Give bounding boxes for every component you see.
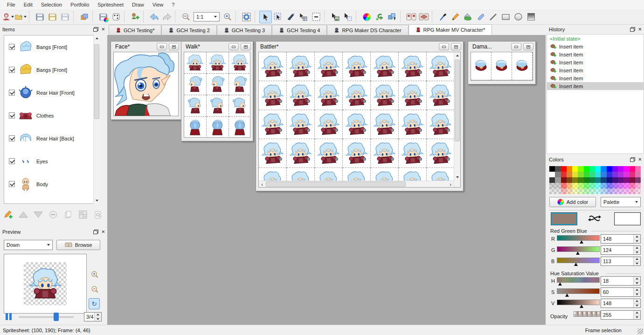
sprite-cell[interactable] — [427, 110, 455, 139]
spin-down-button[interactable] — [95, 317, 101, 321]
merge-items-button[interactable] — [77, 209, 88, 220]
sprite-cell[interactable] — [343, 139, 371, 168]
sprite-cell[interactable] — [207, 95, 229, 117]
direction-select[interactable]: Down — [4, 240, 53, 250]
sprite-cell[interactable] — [229, 74, 250, 95]
zoom-level-select[interactable]: 1:1 — [194, 12, 220, 21]
undo-button[interactable] — [148, 11, 160, 23]
sprite-cell[interactable] — [184, 95, 207, 117]
sprite-cell[interactable] — [399, 139, 427, 168]
tab-rpg-maker-ds-character[interactable]: RPG Maker DS Character — [327, 25, 408, 35]
spin-up-button[interactable] — [634, 311, 640, 315]
scroll-down-button[interactable] — [94, 197, 100, 204]
palette-swatch[interactable] — [612, 177, 618, 183]
palette-swatch[interactable] — [567, 166, 572, 172]
palette-swatch[interactable] — [567, 188, 572, 194]
palette-swatch[interactable] — [549, 172, 555, 177]
s-slider[interactable] — [557, 288, 600, 297]
item-checkbox[interactable] — [9, 158, 15, 164]
preview-float-icon[interactable] — [93, 230, 98, 234]
palette-swatch[interactable] — [623, 183, 629, 188]
history-initial-state[interactable]: <Initial state> — [547, 35, 644, 42]
sprite-cell[interactable] — [229, 52, 250, 74]
sprite-cell[interactable] — [259, 139, 287, 168]
palette-select[interactable]: Palette — [601, 197, 641, 207]
spin-down-button[interactable] — [634, 281, 640, 286]
palette-swatch[interactable] — [561, 177, 567, 183]
sprite-cell[interactable] — [287, 52, 315, 81]
color-wheel-button[interactable] — [360, 11, 373, 23]
add-item-button[interactable] — [3, 209, 14, 220]
palette-swatch[interactable] — [618, 177, 623, 183]
eraser-button[interactable] — [474, 11, 487, 23]
r-spinner[interactable]: 148 — [601, 234, 641, 244]
select-item-rect-tool-button[interactable] — [341, 11, 354, 23]
preview-loop-button[interactable]: ↻ — [89, 298, 100, 309]
maximize-button[interactable] — [169, 43, 179, 50]
palette-swatch[interactable] — [578, 166, 583, 172]
items-close-icon[interactable]: × — [101, 27, 105, 32]
select-item-tool-button[interactable] — [329, 11, 341, 23]
palette-swatch[interactable] — [555, 177, 561, 183]
stamp-tool-button[interactable] — [284, 11, 297, 23]
palette-swatch[interactable] — [607, 188, 612, 194]
zoom-out-button[interactable] — [180, 11, 192, 23]
fill-button[interactable] — [462, 11, 474, 23]
ellipse-tool-button[interactable] — [512, 11, 525, 23]
line-tool-button[interactable] — [487, 11, 499, 23]
new-dropdown-caret[interactable] — [11, 16, 14, 18]
sprite-cell[interactable] — [229, 117, 250, 138]
palette-swatch[interactable] — [623, 177, 629, 183]
move-frame-tool-button[interactable] — [297, 11, 310, 23]
damage-window[interactable]: Dama... — [468, 41, 536, 84]
sprite-cell[interactable] — [492, 52, 512, 80]
spin-up-button[interactable] — [634, 277, 640, 281]
sprite-cell[interactable] — [184, 74, 207, 95]
palette-swatch[interactable] — [572, 183, 578, 188]
palette-swatch[interactable] — [589, 177, 595, 183]
palette-swatch[interactable] — [589, 188, 595, 194]
spin-up-button[interactable] — [95, 313, 101, 317]
spin-up-button[interactable] — [634, 288, 640, 292]
history-entry[interactable]: Insert item — [547, 74, 644, 82]
items-float-icon[interactable] — [93, 27, 98, 32]
sprite-cell[interactable] — [259, 110, 287, 139]
portfolio-flip-button[interactable] — [417, 11, 430, 23]
history-entry[interactable]: Insert item — [547, 50, 644, 58]
item-row-bangs-front[interactable]: Bangs [Front] — [4, 35, 99, 58]
battler-vscroll[interactable] — [454, 52, 460, 187]
palette-swatch[interactable] — [595, 177, 601, 183]
scroll-up-button[interactable] — [94, 35, 100, 42]
palette-swatch[interactable] — [635, 172, 641, 177]
duplicate-button[interactable] — [78, 11, 90, 23]
palette-swatch[interactable] — [607, 177, 612, 183]
palette-swatch[interactable] — [618, 166, 623, 172]
palette-swatch[interactable] — [601, 188, 606, 194]
palette-swatch[interactable] — [630, 183, 635, 188]
v-spinner[interactable]: 148 — [601, 299, 641, 308]
palette-swatch[interactable] — [595, 188, 601, 194]
history-entry[interactable]: Insert item — [547, 42, 644, 50]
opacity-spinner[interactable]: 255 — [601, 310, 641, 320]
select-frame-tool-button[interactable] — [272, 11, 284, 23]
palette-swatch[interactable] — [584, 188, 589, 194]
palette-swatch[interactable] — [612, 166, 618, 172]
menu-spritesheet[interactable]: Spritesheet — [94, 1, 127, 8]
tab-rpg-maker-mv-character[interactable]: RPG Maker MV Character* — [409, 24, 492, 35]
palette-swatch[interactable] — [595, 172, 601, 177]
spin-up-button[interactable] — [634, 246, 640, 250]
sprite-cell[interactable] — [371, 52, 399, 81]
sprite-cell[interactable] — [207, 52, 229, 74]
item-checkbox[interactable] — [9, 44, 15, 50]
palette-swatch[interactable] — [549, 177, 555, 183]
palette-swatch[interactable] — [607, 183, 612, 188]
menu-selection[interactable]: Selection — [38, 1, 65, 8]
sprite-cell[interactable] — [343, 52, 371, 81]
sprite-cell[interactable] — [259, 81, 287, 110]
battler-window-titlebar[interactable]: Battler* — [256, 42, 463, 52]
palette-swatch[interactable] — [630, 166, 635, 172]
preview-zoom-in-button[interactable] — [90, 269, 100, 279]
tab-gch-testing-4[interactable]: GCH Testing 4 — [272, 25, 327, 35]
sprite-cell[interactable] — [471, 52, 492, 80]
sprite-cell[interactable] — [287, 139, 315, 168]
